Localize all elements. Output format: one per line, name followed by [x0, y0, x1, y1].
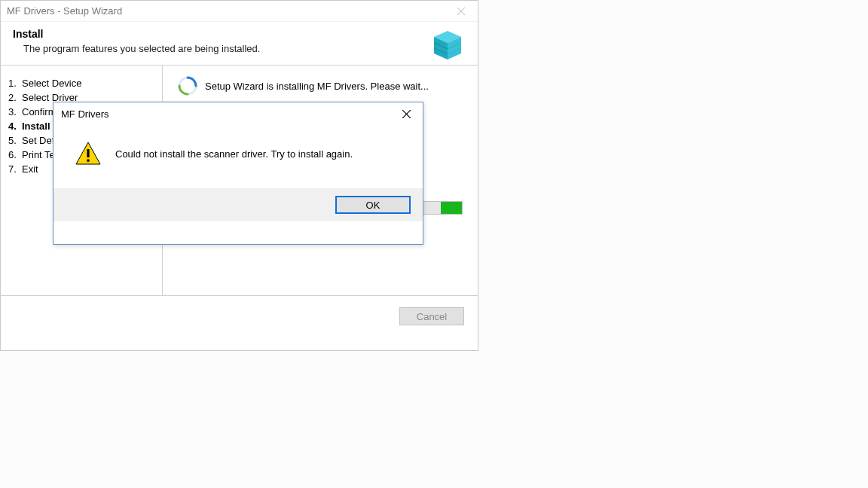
- svg-rect-13: [87, 149, 89, 157]
- step-number: 3.: [8, 106, 22, 117]
- installer-cube-icon: [429, 26, 466, 63]
- svg-rect-14: [87, 160, 89, 162]
- close-icon: [457, 8, 465, 15]
- warning-icon: [75, 140, 102, 167]
- error-dialog-footer: OK: [53, 188, 423, 221]
- cancel-button: Cancel: [399, 307, 464, 325]
- wizard-titlebar: MF Drivers - Setup Wizard: [1, 1, 478, 22]
- progress-bar-fill: [441, 202, 462, 214]
- step-number: 2.: [8, 92, 22, 103]
- error-dialog-close-button[interactable]: [390, 102, 423, 125]
- error-dialog-title: MF Drivers: [61, 108, 109, 120]
- ok-button[interactable]: OK: [335, 196, 411, 214]
- cancel-button-label: Cancel: [417, 311, 447, 322]
- step-label: Select Device: [22, 78, 81, 89]
- error-dialog-titlebar: MF Drivers: [53, 102, 423, 125]
- ok-button-label: OK: [366, 200, 381, 211]
- wizard-title: MF Drivers - Setup Wizard: [7, 5, 122, 17]
- error-dialog-message: Could not install the scanner driver. Tr…: [115, 148, 353, 160]
- install-spinner-icon: [178, 76, 197, 96]
- step-number: 4.: [8, 120, 22, 132]
- step-number: 7.: [8, 163, 22, 175]
- close-icon: [402, 110, 411, 118]
- error-dialog: MF Drivers Could not install the scanner…: [53, 102, 423, 245]
- progress-row: Setup Wizard is installing MF Drivers. P…: [178, 76, 463, 96]
- progress-text: Setup Wizard is installing MF Drivers. P…: [205, 81, 429, 92]
- wizard-header-subtitle: The program features you selected are be…: [13, 43, 466, 54]
- step-number: 1.: [8, 78, 22, 89]
- wizard-header-title: Install: [13, 28, 466, 40]
- wizard-header: Install The program features you selecte…: [1, 22, 478, 66]
- step-label: Install: [22, 120, 50, 132]
- wizard-footer: Cancel: [1, 296, 478, 337]
- wizard-close-button: [445, 1, 478, 22]
- wizard-step: 1.Select Device: [8, 76, 154, 90]
- step-number: 6.: [8, 149, 22, 160]
- error-dialog-body: Could not install the scanner driver. Tr…: [53, 125, 423, 188]
- step-number: 5.: [8, 135, 22, 146]
- step-label: Exit: [22, 163, 38, 175]
